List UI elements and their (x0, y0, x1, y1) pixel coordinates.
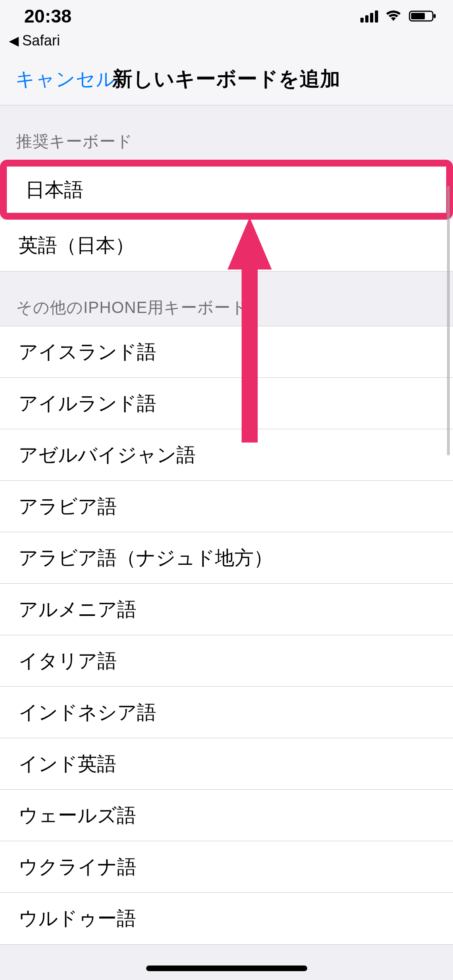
cellular-icon (360, 10, 378, 23)
section-header-other: その他のIPHONE用キーボード (0, 272, 453, 326)
keyboard-row-japanese[interactable]: 日本語 (7, 167, 446, 213)
keyboard-row[interactable]: アイルランド語 (0, 378, 453, 429)
keyboard-row[interactable]: インド英語 (0, 738, 453, 790)
keyboard-row[interactable]: ウルドゥー語 (0, 893, 453, 944)
keyboard-row[interactable]: イタリア語 (0, 635, 453, 687)
page-title: 新しいキーボードを追加 (112, 66, 341, 93)
recommended-list-group: 英語（日本） (0, 220, 453, 272)
keyboard-row[interactable]: アゼルバイジャン語 (0, 429, 453, 481)
keyboard-row[interactable]: アイスランド語 (0, 326, 453, 378)
keyboard-row[interactable]: ウェールズ語 (0, 790, 453, 841)
battery-icon (409, 10, 437, 23)
keyboard-row[interactable]: アラビア語（ナジュド地方） (0, 532, 453, 584)
wifi-icon (385, 10, 402, 23)
navigation-bar: キャンセル 新しいキーボードを追加 (0, 53, 453, 105)
scroll-indicator[interactable] (447, 186, 450, 455)
keyboard-row-english-japan[interactable]: 英語（日本） (0, 220, 453, 271)
section-header-recommended: 推奨キーボード (0, 105, 453, 160)
content-scroll[interactable]: 推奨キーボード 日本語 英語（日本） その他のIPHONE用キーボード アイスラ… (0, 105, 453, 945)
keyboard-row[interactable]: インドネシア語 (0, 687, 453, 738)
keyboard-row[interactable]: アルメニア語 (0, 584, 453, 635)
svg-rect-1 (411, 13, 425, 19)
other-list-group: アイスランド語 アイルランド語 アゼルバイジャン語 アラビア語 アラビア語（ナジ… (0, 326, 453, 945)
home-indicator[interactable] (146, 966, 307, 971)
status-time: 20:38 (24, 5, 72, 27)
cancel-button[interactable]: キャンセル (15, 66, 116, 92)
status-bar: 20:38 (0, 0, 453, 32)
svg-rect-2 (434, 14, 436, 18)
chevron-left-icon: ◀ (9, 33, 19, 48)
status-icons (360, 10, 437, 23)
keyboard-row[interactable]: ウクライナ語 (0, 841, 453, 893)
back-to-app-label: Safari (22, 32, 60, 49)
back-to-app-link[interactable]: ◀ Safari (0, 32, 453, 53)
keyboard-row[interactable]: アラビア語 (0, 481, 453, 532)
annotation-highlight: 日本語 (0, 160, 453, 220)
